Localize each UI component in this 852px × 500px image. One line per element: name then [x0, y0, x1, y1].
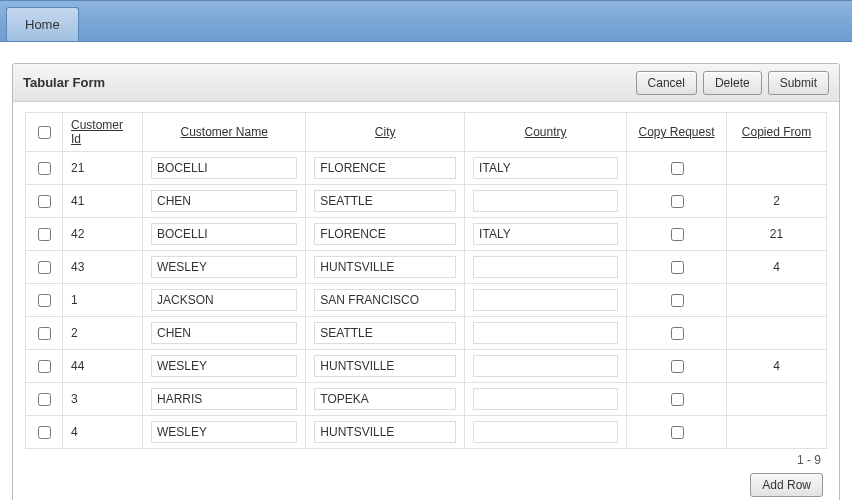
city-input[interactable]: [314, 256, 456, 278]
city-input[interactable]: [314, 223, 456, 245]
submit-button[interactable]: Submit: [768, 71, 829, 95]
country-cell: [465, 218, 627, 251]
copied-from-cell: [727, 383, 827, 416]
copy-request-cell: [627, 152, 727, 185]
table-row: 21: [26, 152, 827, 185]
copy-request-checkbox[interactable]: [671, 327, 684, 340]
row-select-cell: [26, 152, 63, 185]
table-row: 444: [26, 350, 827, 383]
customer-id-cell: 43: [63, 251, 143, 284]
table-header-row: Customer Id Customer Name City Country C…: [26, 113, 827, 152]
table-row: 4: [26, 416, 827, 449]
copy-request-checkbox[interactable]: [671, 426, 684, 439]
customer-name-input[interactable]: [151, 190, 297, 212]
copy-request-cell: [627, 251, 727, 284]
country-input[interactable]: [473, 223, 618, 245]
copy-request-cell: [627, 350, 727, 383]
city-input[interactable]: [314, 190, 456, 212]
cancel-button[interactable]: Cancel: [636, 71, 697, 95]
select-all-checkbox[interactable]: [38, 126, 51, 139]
row-select-checkbox[interactable]: [38, 294, 51, 307]
customer-name-input[interactable]: [151, 256, 297, 278]
customer-name-input[interactable]: [151, 289, 297, 311]
customer-name-input[interactable]: [151, 355, 297, 377]
row-select-cell: [26, 185, 63, 218]
country-input[interactable]: [473, 388, 618, 410]
customer-name-input[interactable]: [151, 388, 297, 410]
city-input[interactable]: [314, 388, 456, 410]
city-cell: [306, 152, 465, 185]
copy-request-checkbox[interactable]: [671, 393, 684, 406]
table-row: 3: [26, 383, 827, 416]
row-select-checkbox[interactable]: [38, 393, 51, 406]
customer-name-cell: [143, 350, 306, 383]
city-input[interactable]: [314, 289, 456, 311]
copied-from-cell: 2: [727, 185, 827, 218]
city-cell: [306, 383, 465, 416]
copy-request-checkbox[interactable]: [671, 195, 684, 208]
copied-from-cell: 4: [727, 251, 827, 284]
row-select-checkbox[interactable]: [38, 195, 51, 208]
city-cell: [306, 350, 465, 383]
header-customer-id[interactable]: Customer Id: [63, 113, 143, 152]
copy-request-checkbox[interactable]: [671, 294, 684, 307]
city-input[interactable]: [314, 157, 456, 179]
customer-id-cell: 2: [63, 317, 143, 350]
customer-name-cell: [143, 284, 306, 317]
row-select-cell: [26, 251, 63, 284]
city-cell: [306, 416, 465, 449]
row-select-checkbox[interactable]: [38, 426, 51, 439]
customer-id-cell: 3: [63, 383, 143, 416]
copied-from-cell: [727, 317, 827, 350]
customer-id-cell: 4: [63, 416, 143, 449]
row-select-checkbox[interactable]: [38, 162, 51, 175]
copy-request-cell: [627, 317, 727, 350]
header-select-all: [26, 113, 63, 152]
customer-name-cell: [143, 185, 306, 218]
customer-id-cell: 21: [63, 152, 143, 185]
tab-home-label: Home: [25, 17, 60, 32]
customer-id-cell: 42: [63, 218, 143, 251]
delete-button[interactable]: Delete: [703, 71, 762, 95]
table-row: 4221: [26, 218, 827, 251]
customer-name-input[interactable]: [151, 157, 297, 179]
header-customer-name[interactable]: Customer Name: [143, 113, 306, 152]
country-input[interactable]: [473, 256, 618, 278]
copy-request-checkbox[interactable]: [671, 360, 684, 373]
row-select-checkbox[interactable]: [38, 360, 51, 373]
row-select-checkbox[interactable]: [38, 261, 51, 274]
country-input[interactable]: [473, 355, 618, 377]
country-cell: [465, 284, 627, 317]
customer-name-cell: [143, 383, 306, 416]
country-input[interactable]: [473, 322, 618, 344]
city-cell: [306, 185, 465, 218]
country-cell: [465, 185, 627, 218]
row-select-checkbox[interactable]: [38, 228, 51, 241]
row-select-cell: [26, 416, 63, 449]
customer-name-input[interactable]: [151, 322, 297, 344]
country-input[interactable]: [473, 190, 618, 212]
country-input[interactable]: [473, 421, 618, 443]
copy-request-checkbox[interactable]: [671, 162, 684, 175]
copied-from-cell: [727, 416, 827, 449]
header-city[interactable]: City: [306, 113, 465, 152]
country-input[interactable]: [473, 157, 618, 179]
country-input[interactable]: [473, 289, 618, 311]
customer-id-cell: 41: [63, 185, 143, 218]
tab-home[interactable]: Home: [6, 7, 79, 41]
row-select-checkbox[interactable]: [38, 327, 51, 340]
customer-name-input[interactable]: [151, 223, 297, 245]
header-copied-from[interactable]: Copied From: [727, 113, 827, 152]
customer-name-cell: [143, 218, 306, 251]
header-country[interactable]: Country: [465, 113, 627, 152]
add-row-button[interactable]: Add Row: [750, 473, 823, 497]
city-input[interactable]: [314, 355, 456, 377]
city-input[interactable]: [314, 322, 456, 344]
header-copy-request[interactable]: Copy Request: [627, 113, 727, 152]
customer-id-cell: 1: [63, 284, 143, 317]
customer-name-input[interactable]: [151, 421, 297, 443]
copy-request-checkbox[interactable]: [671, 261, 684, 274]
city-input[interactable]: [314, 421, 456, 443]
copy-request-checkbox[interactable]: [671, 228, 684, 241]
customer-name-cell: [143, 152, 306, 185]
